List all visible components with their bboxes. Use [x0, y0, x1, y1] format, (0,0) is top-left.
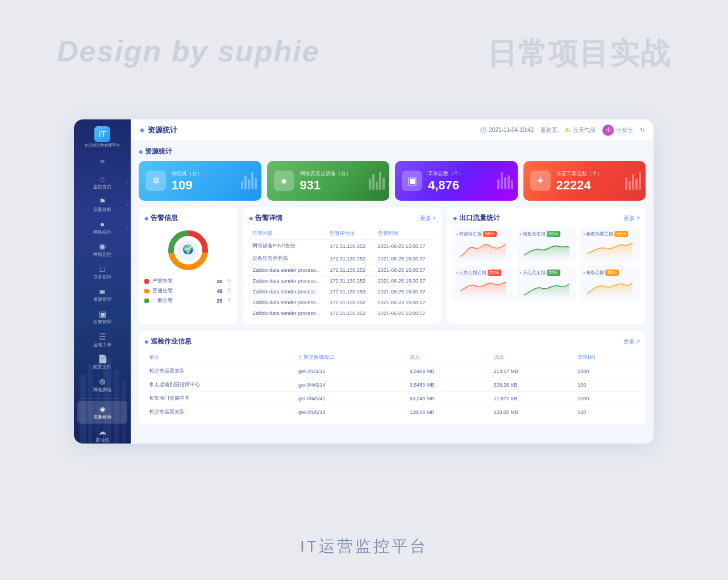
time-cell: 2021-06-25 15:00:37 — [375, 240, 436, 252]
alert-info-card: 告警信息 — [139, 208, 238, 324]
alert-table-body: 网络设备PING告告 172.31.130.252 2021-06-25 15:… — [249, 240, 436, 319]
alert-table-head: 告警问题 告警IP地址 告警时间 — [249, 227, 436, 240]
cloud-weather-icon: ⛅ — [564, 127, 571, 133]
flowcheck-icon: ◈ — [99, 404, 106, 413]
chart-svg-5 — [583, 278, 637, 298]
severe-count: 30 — [217, 279, 222, 284]
traffic-item-2: 老着为票乙报 55% — [580, 227, 640, 263]
header-location[interactable]: 蓝初页 — [540, 126, 558, 134]
patrol-col-unit: 单位 — [144, 351, 294, 364]
problem-cell: 网络设备PING告告 — [249, 240, 326, 252]
problem-cell: Zabbix data sender process... — [249, 276, 326, 287]
stat-bar — [635, 179, 638, 190]
alert-detail-more[interactable]: 更多 > — [420, 214, 436, 222]
alert-legend-general: 一般告警 29 个 — [144, 297, 232, 304]
home-icon: ⌂ — [100, 174, 105, 183]
stat-card-workorder-icon: ▣ — [402, 171, 422, 191]
time-cell: 2021-06-25 15:00:37 — [375, 276, 436, 287]
stat-card-network-icon: ● — [274, 171, 294, 191]
sidebar-item-menu[interactable]: ≡ — [74, 154, 131, 171]
ip-cell: 172.31.130.252 — [326, 252, 374, 265]
header-user[interactable]: 小 小女士 — [602, 125, 633, 136]
sidebar-item-daily[interactable]: □ 日常监控 — [74, 261, 131, 284]
stat-bar — [501, 172, 503, 189]
bw-cell: 1000 — [573, 392, 640, 405]
topo-icon: ● — [100, 219, 105, 229]
bw-cell: 100 — [573, 378, 640, 392]
general-unit: 个 — [227, 297, 232, 304]
problem-cell: Zabbix data sender process... — [249, 287, 326, 297]
table-row: Zabbix data sender process... 172.31.130… — [249, 308, 436, 319]
stat-bar — [511, 180, 513, 189]
stat-card-network: ● 网络及安全设备（台） 931 — [267, 161, 390, 201]
traffic-badge-5: 55% — [605, 270, 619, 276]
stat-bar — [244, 175, 247, 189]
sidebar-item-flowcheck-label: 流量检地 — [93, 415, 111, 420]
alert-detail-table: 告警问题 告警IP地址 告警时间 网络设备PING告告 172.31.130.2… — [249, 227, 436, 318]
chevron-right-icon-3: › — [127, 225, 128, 230]
stat-bar-group-3 — [497, 172, 513, 189]
severe-label: 严重告警 — [152, 277, 173, 285]
mini-chart-2 — [583, 239, 637, 259]
sidebar-item-nettest-label: 网络测地 — [93, 387, 111, 393]
traffic-item-title-5: 布条乙报 55% — [583, 270, 637, 276]
patrol-header: 巡检作业信息 更多 > — [144, 337, 640, 346]
table-row: 水上运输别国指挥中心 gei-0/4/0/14 9,5489 MB 528.26… — [144, 378, 640, 392]
refresh-icon[interactable]: ↻ — [640, 127, 644, 133]
traffic-item-5: 布条乙报 55% — [580, 266, 640, 301]
port-cell: gei-0/4/0/14 — [294, 378, 405, 392]
bw-cell: 1000 — [573, 364, 640, 378]
sidebar-item-workorder[interactable]: ☰ 运维工单 — [74, 329, 131, 351]
ip-cell: 172.31.130.252 — [326, 276, 374, 287]
alert-legend-severe: 严重告警 30 个 — [144, 277, 232, 285]
sidebar-item-config[interactable]: 📄 配置文件 — [74, 351, 131, 374]
table-row: Zabbix data sender process... 172.31.130… — [249, 265, 436, 276]
sidebar: IT IT运维运营管理平台 ≡ ⌂ 监控首页 › ⚑ 流量分析 › ● 网络拓扑… — [74, 119, 131, 444]
unit-cell: 水上运输别国指挥中心 — [144, 378, 294, 392]
stat-bar — [632, 174, 634, 190]
chart-svg-1 — [520, 239, 573, 259]
ip-cell: 172.31.130.253 — [326, 287, 374, 297]
unit-cell: 长常渔门实施中车 — [144, 392, 294, 405]
top-header: 资源统计 🕐 2021-11-04 10:42 蓝初页 ⛅ 云天气候 小 小女士… — [131, 119, 654, 141]
sidebar-menu: ≡ ⌂ 监控首页 › ⚑ 流量分析 › ● 网络拓扑 › ◉ 网络监控 — [74, 154, 131, 444]
middle-row: 告警信息 — [139, 208, 646, 324]
sidebar-item-nettest[interactable]: ⊕ 网络测地 — [74, 374, 131, 396]
out-cell: 213.57 MB — [489, 364, 573, 378]
problem-cell: 设备告告拦拦高 — [249, 252, 326, 265]
stat-bar — [376, 181, 378, 190]
sidebar-item-cloud[interactable]: ☁ 多活仿 — [74, 424, 131, 444]
mini-chart-0 — [456, 239, 510, 259]
traffic-stats-card: 出口流量统计 更多 > 开福云汇报 55% — [447, 208, 646, 324]
sidebar-item-traffic[interactable]: ⚑ 流量分析 › — [74, 193, 131, 216]
traffic-item-title-2: 老着为票乙报 55% — [583, 231, 637, 237]
patrol-card: 巡检作业信息 更多 > 单位 汇聚交换机端口 流入 流出 宽带(M) — [139, 331, 646, 424]
sidebar-divider — [80, 398, 125, 399]
sidebar-item-topo[interactable]: ● 网络拓扑 › — [74, 216, 131, 239]
sidebar-item-alert[interactable]: ▣ 告警管理 — [74, 306, 131, 329]
sidebar-item-resource[interactable]: ≣ 资源管理 — [74, 283, 131, 306]
traffic-badge-0: 55% — [483, 231, 497, 237]
ip-cell: 172.31.130.252 — [326, 240, 374, 252]
stat-bar — [241, 181, 243, 189]
ip-cell: 172.31.130.252 — [326, 265, 374, 276]
clock-icon: 🕐 — [480, 127, 486, 133]
alert-detail-title: 告警详情 — [249, 213, 282, 223]
traffic-badge-3: 55% — [488, 270, 501, 276]
username: 小女士 — [616, 126, 633, 134]
stat-bar-group-4 — [625, 172, 641, 190]
config-icon: 📄 — [98, 354, 107, 363]
traffic-item-title-0: 开福云汇报 55% — [456, 231, 510, 237]
patrol-more[interactable]: 更多 > — [623, 338, 640, 346]
general-dot — [144, 299, 149, 303]
patrol-table: 单位 汇聚交换机端口 流入 流出 宽带(M) 长沙市运营支队 gei-3/1/3… — [144, 351, 640, 419]
sidebar-item-netmon[interactable]: ◉ 网络监控 — [74, 238, 131, 261]
sidebar-item-home[interactable]: ⌂ 监控首页 › — [74, 171, 131, 193]
sidebar-item-flowcheck[interactable]: ◈ 流量检地 — [77, 401, 127, 424]
traffic-more[interactable]: 更多 > — [623, 214, 640, 222]
severe-dot — [144, 279, 149, 284]
netmon-icon: ◉ — [99, 242, 106, 251]
stat-card-physical: ❄ 物理机（台） 109 — [139, 161, 261, 201]
port-cell: gei-3/1/0/18 — [294, 405, 405, 419]
table-row: 长常渔门实施中车 gei-0/4/0/41 60,249 MB 11,872 K… — [144, 392, 640, 405]
